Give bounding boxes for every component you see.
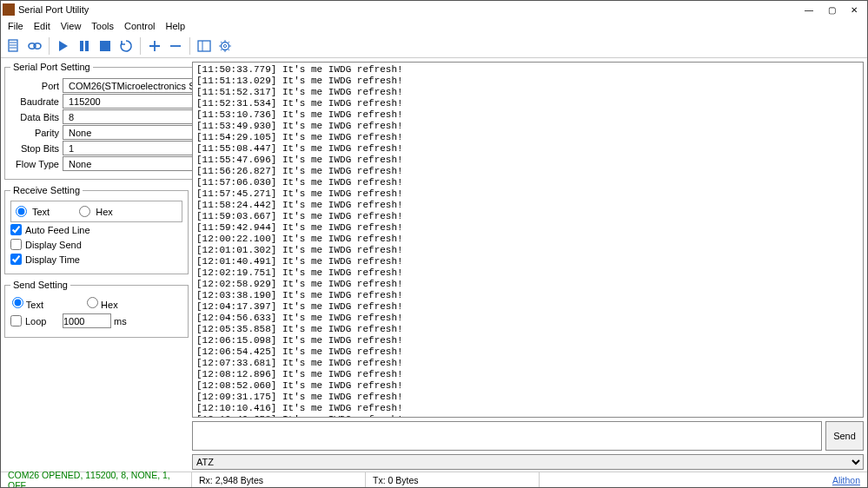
toolbar-separator xyxy=(140,37,141,55)
send-legend: Send Setting xyxy=(10,280,70,290)
menu-help[interactable]: Help xyxy=(161,19,191,33)
loop-check[interactable]: Loop xyxy=(10,315,59,326)
menu-tools[interactable]: Tools xyxy=(86,19,119,33)
app-icon xyxy=(3,3,15,16)
send-text-radio[interactable]: Text xyxy=(12,297,43,310)
main-area: [11:50:33.779] It's me IWDG refresh! [11… xyxy=(192,58,867,472)
toolbar xyxy=(1,34,867,58)
ms-label: ms xyxy=(114,316,127,326)
output-log[interactable]: [11:50:33.779] It's me IWDG refresh! [11… xyxy=(192,62,864,418)
window-icon[interactable] xyxy=(195,36,214,56)
svg-point-9 xyxy=(223,44,226,47)
recv-text-radio[interactable]: Text xyxy=(14,204,51,219)
play-icon[interactable] xyxy=(54,36,73,56)
gear-icon[interactable] xyxy=(215,36,235,56)
menu-file[interactable]: File xyxy=(3,19,29,33)
svg-rect-5 xyxy=(100,41,110,51)
status-brand-link[interactable]: Alithon xyxy=(832,475,867,485)
plus-icon[interactable] xyxy=(145,36,164,56)
parity-label: Parity xyxy=(10,128,59,138)
baudrate-label: Baudrate xyxy=(10,96,59,107)
menu-control[interactable]: Control xyxy=(119,19,160,33)
serial-legend: Serial Port Setting xyxy=(10,62,93,72)
minus-icon[interactable] xyxy=(166,36,185,56)
menu-view[interactable]: View xyxy=(56,19,87,33)
status-bar: COM26 OPENED, 115200, 8, NONE, 1, OFF Rx… xyxy=(1,472,867,487)
title-bar: Serial Port Utility — ▢ ✕ xyxy=(1,1,867,18)
stopbits-label: Stop Bits xyxy=(10,143,59,154)
svg-rect-4 xyxy=(85,41,89,51)
menu-bar: File Edit View Tools Control Help xyxy=(1,18,867,34)
flowtype-label: Flow Type xyxy=(10,159,59,169)
close-button[interactable]: ✕ xyxy=(843,2,865,17)
receive-setting: Receive Setting Text Hex Auto Feed Line … xyxy=(4,185,189,274)
recv-hex-radio[interactable]: Hex xyxy=(77,204,115,219)
databits-label: Data Bits xyxy=(10,112,59,122)
toolbar-separator xyxy=(189,37,190,55)
port-label: Port xyxy=(10,81,59,91)
status-tx: Tx: 0 Bytes xyxy=(366,472,540,487)
send-setting: Send Setting Text Hex Loop ms xyxy=(4,280,189,338)
window-title: Serial Port Utility xyxy=(18,4,798,15)
stop-icon[interactable] xyxy=(96,36,115,56)
workspace: Serial Port Setting Port COM26(STMicroel… xyxy=(1,58,867,472)
link-icon[interactable] xyxy=(25,36,44,56)
side-panel: Serial Port Setting Port COM26(STMicroel… xyxy=(1,58,192,472)
minimize-button[interactable]: — xyxy=(798,2,820,17)
send-hex-radio[interactable]: Hex xyxy=(87,297,118,310)
svg-point-8 xyxy=(222,42,229,49)
pause-icon[interactable] xyxy=(75,36,94,56)
receive-legend: Receive Setting xyxy=(10,185,83,195)
send-button[interactable]: Send xyxy=(825,421,864,451)
maximize-button[interactable]: ▢ xyxy=(820,2,843,17)
send-textarea[interactable] xyxy=(192,421,822,451)
svg-rect-6 xyxy=(198,41,210,51)
command-history-select[interactable]: ATZ xyxy=(192,454,864,470)
display-send-check[interactable]: Display Send xyxy=(10,237,182,252)
auto-feed-check[interactable]: Auto Feed Line xyxy=(10,222,182,237)
loop-interval-input[interactable] xyxy=(63,313,111,328)
svg-rect-3 xyxy=(80,41,83,51)
display-time-check[interactable]: Display Time xyxy=(10,252,182,267)
menu-edit[interactable]: Edit xyxy=(29,19,56,33)
status-rx: Rx: 2,948 Bytes xyxy=(192,472,366,487)
status-connection: COM26 OPENED, 115200, 8, NONE, 1, OFF xyxy=(1,472,192,487)
refresh-icon[interactable] xyxy=(116,36,136,56)
new-file-icon[interactable] xyxy=(4,36,23,56)
toolbar-separator xyxy=(49,37,50,55)
